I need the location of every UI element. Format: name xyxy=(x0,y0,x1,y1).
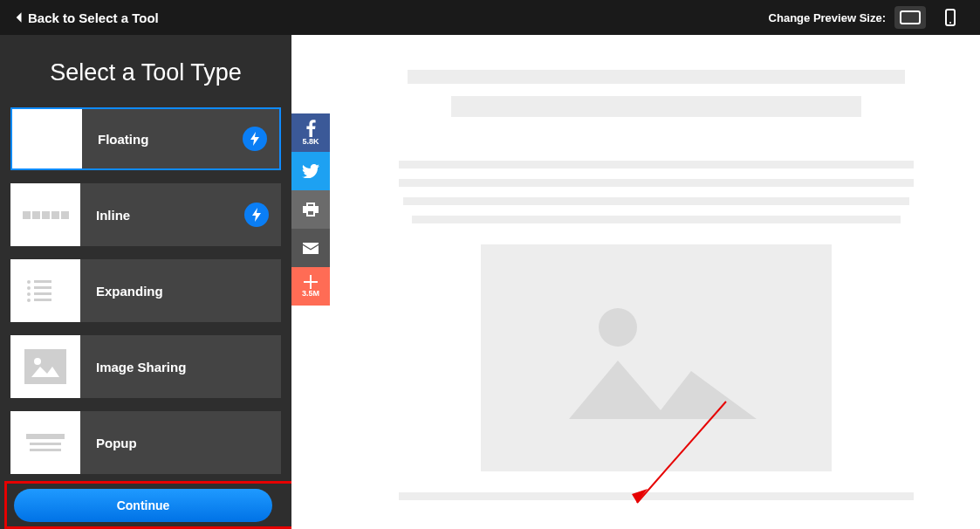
back-to-select-tool-link[interactable]: Back to Select a Tool xyxy=(14,10,159,25)
tool-thumb-expanding xyxy=(10,259,80,322)
mock-line xyxy=(399,161,914,168)
floating-share-bar: 5.8K 3.5M xyxy=(291,113,330,306)
tool-card-expanding[interactable]: Expanding xyxy=(10,259,281,322)
tool-thumb-popup xyxy=(10,411,80,474)
continue-button[interactable]: Continue xyxy=(14,489,272,522)
share-more-button[interactable]: 3.5M xyxy=(291,267,330,306)
continue-row: Continue xyxy=(0,482,305,529)
mock-line xyxy=(451,96,861,117)
back-label: Back to Select a Tool xyxy=(28,10,159,25)
tool-card-image-sharing[interactable]: Image Sharing xyxy=(10,335,281,398)
print-icon xyxy=(303,203,319,216)
tool-label: Popup xyxy=(80,436,137,450)
tool-label: Inline xyxy=(80,208,130,223)
amp-badge xyxy=(243,127,267,151)
preview-size-controls: Change Preview Size: xyxy=(769,6,966,29)
twitter-icon xyxy=(302,164,319,178)
plus-count: 3.5M xyxy=(302,289,319,298)
mock-line xyxy=(399,179,914,187)
image-icon xyxy=(30,354,61,379)
chevron-left-icon xyxy=(14,11,23,24)
mobile-preview-button[interactable] xyxy=(935,6,966,29)
tool-label: Image Sharing xyxy=(80,360,186,374)
tool-thumb-inline xyxy=(10,183,80,246)
sidebar-title: Select a Tool Type xyxy=(10,59,281,86)
tool-card-inline[interactable]: Inline xyxy=(10,183,281,246)
sidebar: Select a Tool Type Floating Inline xyxy=(0,35,291,529)
top-bar: Back to Select a Tool Change Preview Siz… xyxy=(0,0,980,35)
email-icon xyxy=(303,243,319,254)
share-facebook-button[interactable]: 5.8K xyxy=(291,113,330,152)
mock-line xyxy=(399,492,914,500)
tool-thumb-image-sharing xyxy=(10,335,80,398)
svg-point-2 xyxy=(949,22,951,24)
mock-image xyxy=(481,244,832,471)
tool-thumb-floating xyxy=(12,109,82,168)
preview-area: 5.8K 3.5M xyxy=(291,35,980,529)
facebook-count: 5.8K xyxy=(302,137,319,146)
page-mock xyxy=(332,35,980,529)
mobile-icon xyxy=(945,9,956,26)
tool-label: Expanding xyxy=(80,284,163,299)
svg-point-4 xyxy=(599,308,637,347)
tool-label: Floating xyxy=(82,132,148,147)
desktop-icon xyxy=(900,10,921,24)
mock-line xyxy=(412,216,901,223)
facebook-icon xyxy=(305,120,316,137)
tool-card-floating[interactable]: Floating xyxy=(10,107,281,170)
amp-badge xyxy=(244,203,269,227)
svg-point-3 xyxy=(34,358,41,365)
image-placeholder-icon xyxy=(543,284,770,432)
plus-icon xyxy=(304,275,318,289)
lightning-icon xyxy=(250,132,260,146)
lightning-icon xyxy=(251,208,262,222)
share-twitter-button[interactable] xyxy=(291,152,330,190)
mock-line xyxy=(403,197,909,205)
continue-label: Continue xyxy=(117,498,170,512)
svg-rect-0 xyxy=(901,11,920,24)
content-wrap: Select a Tool Type Floating Inline xyxy=(0,35,980,529)
preview-size-label: Change Preview Size: xyxy=(769,11,886,24)
share-print-button[interactable] xyxy=(291,190,330,229)
desktop-preview-button[interactable] xyxy=(894,6,926,29)
mock-line xyxy=(408,70,905,84)
share-email-button[interactable] xyxy=(291,229,330,267)
tool-card-popup[interactable]: Popup xyxy=(10,411,281,474)
